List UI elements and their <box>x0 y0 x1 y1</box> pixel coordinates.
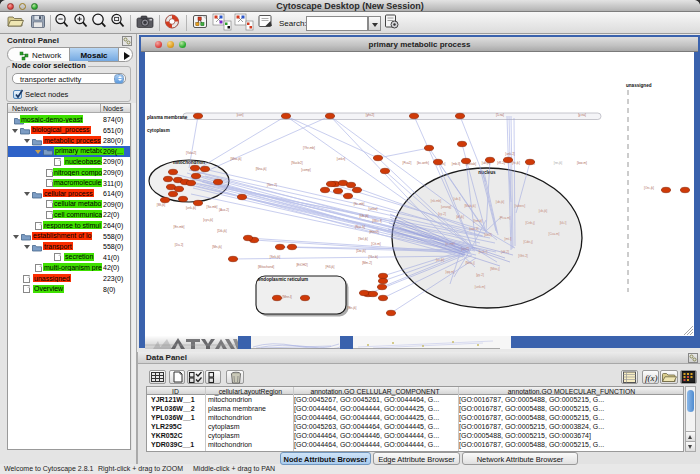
svg-text:[Sek-jk]: [Sek-jk] <box>270 255 280 259</box>
svg-text:[unk-jk]: [unk-jk] <box>186 206 196 210</box>
svg-text:[Aux-2]: [Aux-2] <box>219 208 229 212</box>
svg-text:[tuberc]: [tuberc] <box>515 204 525 208</box>
svg-text:[Mitochond]: [Mitochond] <box>258 265 274 269</box>
svg-text:[Mnn-l]: [Mnn-l] <box>282 295 292 299</box>
svg-text:[unk-m]: [unk-m] <box>475 285 485 289</box>
svg-text:[Pca-m]: [Pca-m] <box>500 216 511 220</box>
svg-text:[hm-b]: [hm-b] <box>474 219 483 223</box>
svg-text:[ht-jk]: [ht-jk] <box>512 161 520 165</box>
svg-text:[kk-l]: [kk-l] <box>560 221 567 225</box>
svg-text:[Ctt-m]: [Ctt-m] <box>371 242 380 246</box>
svg-text:[cys-jk]: [cys-jk] <box>203 218 213 222</box>
svg-text:[Cde-j]: [Cde-j] <box>523 240 532 244</box>
svg-text:[yhc2]: [yhc2] <box>366 113 374 117</box>
svg-text:[Fill-jk]: [Fill-jk] <box>326 265 335 269</box>
svg-text:[ww-2]: [ww-2] <box>470 227 479 231</box>
svg-text:[En-mb]: [En-mb] <box>174 225 185 229</box>
svg-text:[nk-mb]: [nk-mb] <box>431 199 441 203</box>
svg-text:[Mito-j]: [Mito-j] <box>490 267 499 271</box>
svg-text:[Bn-jk]: [Bn-jk] <box>348 306 357 310</box>
svg-text:[Hmt2]: [Hmt2] <box>369 230 378 234</box>
svg-text:[mt-l]: [mt-l] <box>505 237 512 241</box>
svg-text:[nn-jk]: [nn-jk] <box>554 161 563 165</box>
svg-text:[Nna-jk]: [Nna-jk] <box>256 167 267 171</box>
svg-text:[Yoko2]: [Yoko2] <box>186 151 196 155</box>
svg-text:[unkw]: [unkw] <box>369 207 378 211</box>
svg-text:[Nna-j]: [Nna-j] <box>465 261 474 265</box>
svg-text:[Du-2]: [Du-2] <box>175 243 184 247</box>
svg-text:mitochondrion: mitochondrion <box>173 160 205 165</box>
svg-text:[Mt-jk]: [Mt-jk] <box>157 203 166 207</box>
svg-text:[Nucle2]: [Nucle2] <box>291 161 302 165</box>
svg-text:[comp]: [comp] <box>301 168 310 172</box>
svg-text:[df-jk]: [df-jk] <box>456 215 464 219</box>
svg-text:[Nuc-k]: [Nuc-k] <box>355 225 365 229</box>
svg-text:[y-na]: [y-na] <box>578 113 586 117</box>
svg-text:f(x): f(x) <box>645 373 658 383</box>
svg-text:[Wcc-l]: [Wcc-l] <box>372 219 382 223</box>
svg-text:[qq-m]: [qq-m] <box>446 270 455 274</box>
svg-text:[low-m]: [low-m] <box>577 161 587 165</box>
svg-text:[Sc-mb]: [Sc-mb] <box>354 202 365 206</box>
svg-text:[Sec-2]: [Sec-2] <box>267 183 277 187</box>
svg-text:[Mito-jk]: [Mito-jk] <box>231 157 242 161</box>
svg-text:[con]: [con] <box>237 113 244 117</box>
svg-text:[vv-jk]: [vv-jk] <box>436 258 444 262</box>
svg-text:cytoplasm: cytoplasm <box>147 128 170 133</box>
svg-text:[Mm-2]: [Mm-2] <box>362 261 372 265</box>
svg-text:[Orc-jk]: [Orc-jk] <box>644 186 654 190</box>
svg-text:[unkn]: [unkn] <box>337 157 346 161</box>
svg-text:[ub-l]: [ub-l] <box>454 197 461 201</box>
svg-text:[cb-jk]: [cb-jk] <box>539 209 547 213</box>
svg-text:[ub-jk]: [ub-jk] <box>496 200 505 204</box>
svg-text:[mb-ll]: [mb-ll] <box>452 162 461 166</box>
svg-text:[Dw-jk]: [Dw-jk] <box>356 249 366 253</box>
svg-text:[Pca2]: [Pca2] <box>403 161 412 165</box>
svg-text:[Mab-jk]: [Mab-jk] <box>464 204 475 208</box>
svg-text:[Cca-m]: [Cca-m] <box>549 232 560 236</box>
svg-text:unassigned: unassigned <box>626 83 652 88</box>
svg-text:[unk-2]: [unk-2] <box>505 152 515 156</box>
svg-text:[5-na]: [5-na] <box>496 113 504 117</box>
svg-text:[cy-2]: [cy-2] <box>438 212 446 216</box>
svg-text:[Ght-2]: [Ght-2] <box>518 254 528 258</box>
svg-text:[Sel-jk]: [Sel-jk] <box>358 237 368 241</box>
svg-text:[Cnb-j]: [Cnb-j] <box>525 221 534 225</box>
svg-text:plasma membrane: plasma membrane <box>147 115 188 120</box>
svg-text:[yy-2]: [yy-2] <box>476 273 484 277</box>
svg-text:[Db-jk]: [Db-jk] <box>360 214 369 218</box>
svg-text:[Yhr-mb]: [Yhr-mb] <box>303 146 315 150</box>
svg-text:[EtOH2]: [EtOH2] <box>296 263 307 267</box>
svg-text:[kkt2]: [kkt2] <box>484 233 492 237</box>
svg-text:[Ykr-b]: [Ykr-b] <box>368 255 377 259</box>
svg-text:[So-mb]: [So-mb] <box>207 205 218 209</box>
svg-text:[Mn-jk]: [Mn-jk] <box>212 245 221 249</box>
svg-text:[unasg]: [unasg] <box>441 205 451 209</box>
svg-text:endoplasmic reticulum: endoplasmic reticulum <box>258 277 308 282</box>
svg-text:[Dik-jk]: [Dik-jk] <box>217 229 227 233</box>
svg-text:[bc-wrth]: [bc-wrth] <box>417 161 429 165</box>
